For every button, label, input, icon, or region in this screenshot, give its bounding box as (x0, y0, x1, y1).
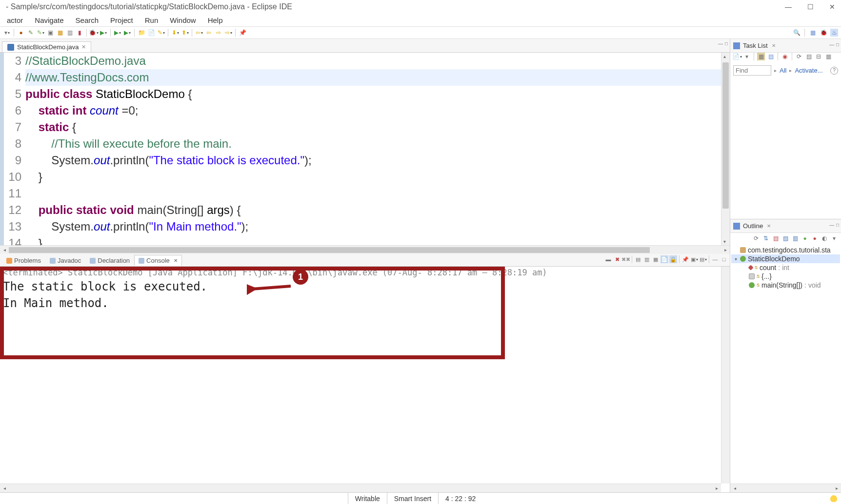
outline-tool-btn[interactable]: ▤ (772, 234, 780, 242)
outline-tool-btn[interactable]: ● (811, 234, 819, 242)
maximize-panel-icon[interactable]: □ (725, 41, 728, 46)
new-package-button[interactable]: 📁 (138, 29, 145, 37)
task-tool-btn[interactable]: ▾ (743, 53, 751, 60)
toolbar-btn[interactable]: ▥ (66, 29, 74, 37)
menu-project[interactable]: Project (105, 15, 138, 25)
task-tool-btn[interactable]: ▦ (757, 53, 765, 60)
scroll-right-icon[interactable]: ▸ (721, 247, 730, 252)
editor-vertical-scrollbar[interactable] (721, 53, 730, 245)
maximize-panel-icon[interactable]: □ (836, 222, 839, 228)
perspective-open-button[interactable]: ▦ (809, 29, 817, 37)
task-tool-btn[interactable]: ▤ (805, 53, 813, 60)
close-tab-icon[interactable]: ✕ (81, 44, 86, 50)
outline-tool-btn[interactable]: ▤ (781, 234, 789, 242)
toolbar-btn[interactable]: ▾ (3, 29, 11, 37)
scroll-left-icon[interactable]: ◂ (730, 485, 739, 491)
outline-package-node[interactable]: com.testingdocs.tutorial.sta (731, 246, 840, 254)
outline-static-block-node[interactable]: S {...} (731, 272, 840, 281)
outline-field-node[interactable]: S count : int (731, 263, 840, 272)
display-console-button[interactable]: ▣ (690, 255, 698, 263)
menu-navigate[interactable]: Navigate (30, 15, 68, 25)
terminate-button[interactable]: ✖ (613, 255, 621, 263)
maximize-console-icon[interactable]: □ (720, 255, 728, 263)
console-toolbar-btn[interactable]: ▦ (652, 255, 660, 263)
toolbar-btn[interactable]: ⇨ (215, 29, 222, 37)
new-task-button[interactable]: 📄 (733, 53, 741, 60)
outline-tool-btn[interactable]: ▥ (791, 234, 799, 242)
editor-tab[interactable]: StaticBlockDemo.java ✕ (2, 41, 91, 52)
toolbar-btn[interactable]: ▮ (76, 29, 83, 37)
run-button[interactable]: ▶ (100, 29, 107, 37)
minimize-console-icon[interactable]: — (711, 255, 719, 263)
pin-console-button[interactable]: 📌 (681, 255, 689, 263)
pin-editor-button[interactable]: 📌 (239, 29, 246, 37)
console-toolbar-btn[interactable]: ▥ (643, 255, 651, 263)
minimize-panel-icon[interactable]: — (718, 41, 723, 46)
editor-horizontal-scrollbar[interactable] (9, 247, 721, 253)
toolbar-btn[interactable]: ▶ (114, 29, 121, 37)
menu-help[interactable]: Help (203, 15, 228, 25)
view-menu-icon[interactable]: ▾ (830, 234, 838, 242)
scroll-right-icon[interactable]: ▸ (832, 485, 841, 491)
tab-declaration[interactable]: Declaration (85, 255, 134, 266)
close-console-icon[interactable]: ✕ (174, 258, 178, 263)
search-icon[interactable]: 🔍 (793, 29, 801, 37)
perspective-debug-button[interactable]: 🐞 (820, 29, 827, 37)
forward-button[interactable]: ⇨ (224, 29, 232, 37)
minimize-button[interactable]: — (785, 3, 792, 11)
sort-button[interactable]: ⇅ (762, 234, 770, 242)
close-panel-icon[interactable]: ✕ (772, 43, 776, 48)
outline-tree[interactable]: com.testingdocs.tutorial.sta ▾ StaticBlo… (730, 244, 841, 484)
toolbar-btn[interactable]: ⬇ (171, 29, 179, 37)
outline-class-node[interactable]: ▾ StaticBlockDemo (731, 254, 840, 263)
code-editor[interactable]: 34567891011121314 //StaticBlockDemo.java… (0, 53, 730, 245)
scroll-left-icon[interactable]: ◂ (0, 247, 9, 252)
toolbar-btn[interactable]: ▦ (56, 29, 64, 37)
console-toolbar-btn[interactable]: ▤ (634, 255, 642, 263)
outline-tool-btn[interactable]: ● (801, 234, 809, 242)
scroll-lock-button[interactable]: 🔒 (669, 255, 677, 263)
maximize-panel-icon[interactable]: □ (836, 42, 839, 47)
menu-search[interactable]: Search (71, 15, 104, 25)
tab-problems[interactable]: Problems (2, 255, 45, 266)
collapse-all-button[interactable]: ⊟ (815, 53, 822, 60)
code-content[interactable]: //StaticBlockDemo.java//www.TestingDocs.… (25, 53, 721, 245)
toolbar-btn[interactable]: ✎ (27, 29, 35, 37)
task-activate-link[interactable]: Activate... (795, 67, 822, 74)
task-tool-btn[interactable]: ▦ (824, 53, 832, 60)
debug-button[interactable]: 🐞 (90, 29, 98, 37)
menu-run[interactable]: Run (140, 15, 163, 25)
toolbar-btn[interactable]: ✎ (157, 29, 165, 37)
tab-javadoc[interactable]: Javadoc (45, 255, 85, 266)
toolbar-btn[interactable]: ▶ (123, 29, 131, 37)
toolbar-btn[interactable]: ⇦ (205, 29, 213, 37)
console-horizontal-scrollbar[interactable]: ◂ ▸ (0, 484, 721, 492)
close-button[interactable]: ✕ (829, 3, 835, 11)
menu-window[interactable]: Window (165, 15, 200, 25)
console-toolbar-btn[interactable]: ▬ (604, 255, 612, 263)
console-vertical-scrollbar[interactable] (721, 267, 730, 484)
clear-console-button[interactable]: 📄 (661, 255, 668, 263)
new-file-button[interactable]: 📄 (147, 29, 155, 37)
open-console-button[interactable]: ▤ (699, 255, 707, 263)
collapse-icon[interactable]: ▾ (733, 256, 738, 262)
task-find-input[interactable] (733, 65, 771, 76)
task-tool-btn[interactable]: ◉ (781, 53, 789, 60)
task-tool-btn[interactable]: ⟳ (795, 53, 803, 60)
toolbar-btn[interactable]: ● (17, 29, 25, 37)
outline-tool-btn[interactable]: ⟳ (752, 234, 760, 242)
tab-console[interactable]: Console✕ (134, 255, 182, 266)
back-button[interactable]: ⇦ (195, 29, 203, 37)
maximize-button[interactable]: ☐ (807, 3, 814, 11)
outline-method-node[interactable]: S main(String[]) : void (731, 281, 840, 290)
toolbar-btn[interactable]: ✎ (37, 29, 44, 37)
console-output[interactable]: The static block is executed. In Main me… (0, 278, 730, 311)
task-tool-btn[interactable]: ▤ (767, 53, 775, 60)
tip-bulb-icon[interactable] (830, 495, 837, 502)
close-panel-icon[interactable]: ✕ (767, 223, 771, 229)
toolbar-btn[interactable]: ⬆ (181, 29, 189, 37)
menu-refactor[interactable]: actor (2, 15, 28, 25)
minimize-panel-icon[interactable]: — (829, 42, 834, 47)
toolbar-btn[interactable]: ▣ (46, 29, 54, 37)
outline-tool-btn[interactable]: ◐ (821, 234, 828, 242)
